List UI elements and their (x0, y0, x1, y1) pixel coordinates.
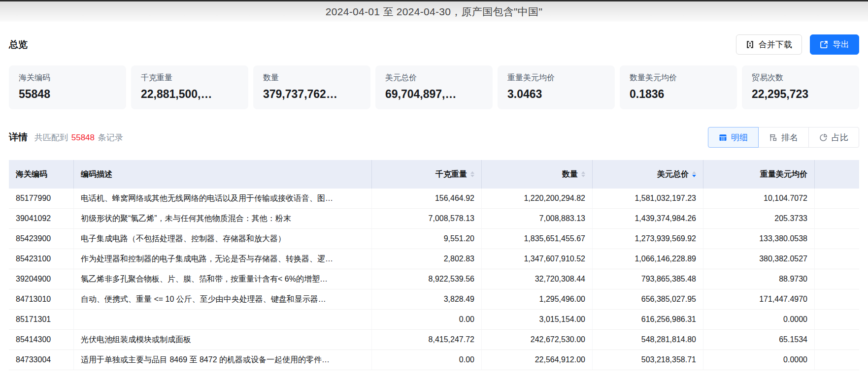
quantity-cell: 3,015,154.00 (482, 310, 593, 330)
sort-carets[interactable] (692, 171, 696, 177)
avg-price-cell: 171,447.4970 (703, 289, 815, 310)
export-label: 导出 (833, 39, 849, 50)
column-header-usd-total[interactable]: 美元总价 (593, 160, 703, 189)
avg-price-cell: 10,104.7072 (703, 189, 815, 209)
tab-detail[interactable]: 明细 (708, 127, 759, 148)
usd-total-cell: 548,281,814.80 (593, 330, 703, 350)
spacer-cell (815, 330, 859, 350)
tab-label: 排名 (781, 132, 798, 143)
overview-stat-cards: 海关编码 55848 千克重量 22,881,500,… 数量 379,737,… (9, 65, 859, 109)
usd-total-cell: 1,439,374,984.26 (593, 209, 703, 229)
stat-card-quantity: 数量 379,737,762… (253, 65, 370, 109)
detail-heading: 详情 (9, 131, 28, 144)
avg-price-cell: 205.3733 (703, 209, 815, 229)
table-row[interactable]: 84713010自动、便携式、重量 <= 10 公斤、至少由中央处理器、键盘和显… (9, 289, 859, 310)
tab-label: 占比 (832, 132, 848, 143)
spacer-cell (815, 269, 859, 289)
column-header-avg-price: 重量美元均价 (703, 160, 815, 189)
table-row[interactable]: 85177990电话机、蜂窝网络或其他无线网络的电话以及用于传输或接收语音、图…… (9, 189, 859, 209)
stat-value: 22,295,723 (752, 88, 849, 101)
spacer-cell (815, 249, 859, 269)
usd-total-cell: 1,066,146,228.89 (593, 249, 703, 269)
stat-card-kg-weight: 千克重量 22,881,500,… (131, 65, 248, 109)
ranking-icon (769, 133, 777, 142)
spacer-cell (815, 189, 859, 209)
usd-total-cell: 1,273,939,569.92 (593, 229, 703, 249)
quantity-cell: 1,295,496.00 (482, 289, 593, 310)
table-icon (719, 133, 727, 142)
match-suffix: 条记录 (98, 133, 123, 142)
description-cell (74, 310, 372, 330)
export-button[interactable]: 导出 (810, 34, 859, 55)
top-banner: 2024-04-01 至 2024-04-30，原产国包含"中国" (0, 0, 868, 22)
overview-heading: 总览 (9, 38, 28, 51)
avg-price-cell: 88.9730 (703, 269, 815, 289)
quantity-cell: 242,672,530.00 (482, 330, 593, 350)
stat-label: 美元总价 (385, 73, 483, 83)
table-row[interactable]: 85414300光伏电池组装成模块或制成面板8,415,247.72242,67… (9, 330, 859, 350)
description-cell: 电子集成电路（不包括处理器、控制器、存储器和放大器） (74, 229, 372, 249)
column-header-quantity[interactable]: 数量 (482, 160, 593, 189)
description-cell: 光伏电池组装成模块或制成面板 (74, 330, 372, 350)
match-count: 55848 (70, 133, 96, 142)
table-row[interactable]: 85423900电子集成电路（不包括处理器、控制器、存储器和放大器）9,551.… (9, 229, 859, 249)
column-header-description: 编码描述 (74, 160, 372, 189)
overview-actions: 合并下载 导出 (736, 34, 859, 55)
table-row[interactable]: 851713010.003,015,154.00616,256,986.310.… (9, 310, 859, 330)
spacer-cell (815, 289, 859, 310)
column-header-hs-code: 海关编码 (9, 160, 74, 189)
tab-ranking[interactable]: 排名 (758, 127, 809, 148)
merge-cells-icon (746, 40, 754, 49)
match-record-text: 共匹配到 55848 条记录 (34, 132, 123, 143)
stat-card-avg-price-quantity: 数量美元均价 0.1836 (620, 65, 737, 109)
query-summary-title: 2024-04-01 至 2024-04-30，原产国包含"中国" (326, 5, 542, 19)
stat-label: 数量 (263, 73, 361, 83)
tab-label: 明细 (731, 132, 748, 143)
table-body: 85177990电话机、蜂窝网络或其他无线网络的电话以及用于传输或接收语音、图…… (9, 189, 859, 370)
hs-code-cell: 39204900 (9, 269, 74, 289)
description-cell: 氯乙烯非多孔聚合物板、片、膜、箔和带，按重量计含有< 6%的增塑… (74, 269, 372, 289)
hs-code-cell: 84713010 (9, 289, 74, 310)
avg-price-cell: 380,382.0527 (703, 249, 815, 269)
merge-download-button[interactable]: 合并下载 (736, 34, 802, 55)
description-cell: 作为处理器和控制器的电子集成电路，无论是否与存储器、转换器、逻… (74, 249, 372, 269)
kg-weight-cell: 3,828.49 (372, 289, 482, 310)
merge-download-label: 合并下载 (759, 39, 792, 50)
spacer-cell (815, 209, 859, 229)
stat-card-usd-total: 美元总价 69,704,897,… (375, 65, 493, 109)
stat-card-avg-price-weight: 重量美元均价 3.0463 (498, 65, 615, 109)
stat-value: 379,737,762… (263, 88, 361, 101)
sort-carets[interactable] (581, 171, 585, 177)
hs-code-cell: 85177990 (9, 189, 74, 209)
avg-price-cell: 0.0000 (703, 350, 815, 370)
usd-total-cell: 793,865,385.48 (593, 269, 703, 289)
table-row[interactable]: 39041092初级形状的聚“氯乙烯”，未与任何其他物质混合：其他：粉末7,00… (9, 209, 859, 229)
kg-weight-cell: 8,415,247.72 (372, 330, 482, 350)
stat-card-trade-count: 贸易次数 22,295,723 (742, 65, 859, 109)
kg-weight-cell: 7,008,578.13 (372, 209, 482, 229)
sort-carets[interactable] (470, 171, 474, 177)
usd-total-cell: 1,581,032,197.23 (593, 189, 703, 209)
table-row[interactable]: 85423100作为处理器和控制器的电子集成电路，无论是否与存储器、转换器、逻…… (9, 249, 859, 269)
tab-proportion[interactable]: 占比 (808, 127, 859, 148)
kg-weight-cell: 0.00 (372, 310, 482, 330)
description-cell: 适用于单独或主要与品目 8469 至 8472 的机器或设备一起使用的零件… (74, 350, 372, 370)
quantity-cell: 7,008,883.13 (482, 209, 593, 229)
hs-code-cell: 85414300 (9, 330, 74, 350)
quantity-cell: 22,564,912.00 (482, 350, 593, 370)
hs-code-cell: 84733004 (9, 350, 74, 370)
stat-value: 0.1836 (630, 88, 727, 101)
kg-weight-cell: 156,464.92 (372, 189, 482, 209)
description-cell: 电话机、蜂窝网络或其他无线网络的电话以及用于传输或接收语音、图… (74, 189, 372, 209)
quantity-cell: 1,220,200,294.82 (482, 189, 593, 209)
stat-value: 22,881,500,… (141, 88, 238, 101)
avg-price-cell: 0.0000 (703, 310, 815, 330)
quantity-cell: 1,347,607,910.52 (482, 249, 593, 269)
table-row[interactable]: 84733004适用于单独或主要与品目 8469 至 8472 的机器或设备一起… (9, 350, 859, 370)
table-row[interactable]: 39204900氯乙烯非多孔聚合物板、片、膜、箔和带，按重量计含有< 6%的增塑… (9, 269, 859, 289)
kg-weight-cell: 0.00 (372, 350, 482, 370)
column-header-kg-weight[interactable]: 千克重量 (372, 160, 482, 189)
quantity-cell: 1,835,651,455.67 (482, 229, 593, 249)
detail-table: 海关编码 编码描述 千克重量 数量 美元总价 重量美元均价 85177990电话… (9, 160, 859, 370)
description-cell: 初级形状的聚“氯乙烯”，未与任何其他物质混合：其他：粉末 (74, 209, 372, 229)
